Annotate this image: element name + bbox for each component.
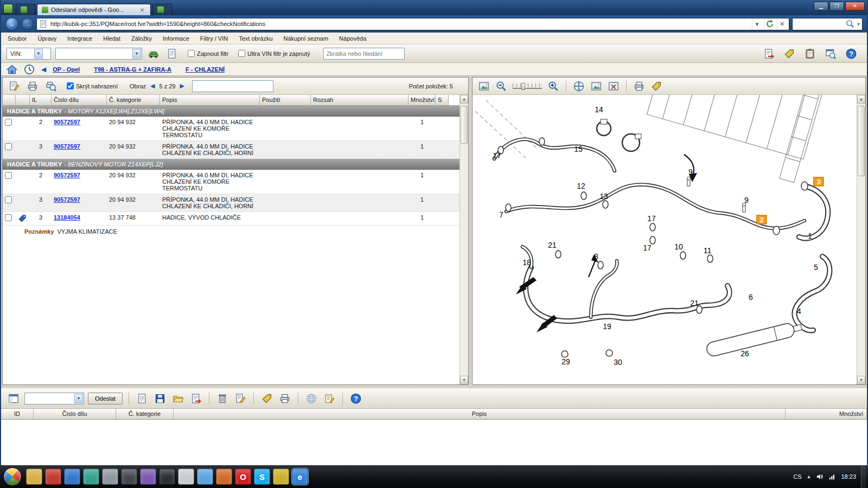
add-document-icon[interactable] (189, 391, 203, 406)
menu-hledat[interactable]: Hledat (103, 35, 120, 42)
select-region-icon[interactable] (589, 79, 603, 93)
notes-icon[interactable] (322, 391, 336, 406)
document-icon[interactable] (165, 47, 179, 61)
row-checkbox[interactable] (5, 172, 12, 179)
zoom-out-icon[interactable] (494, 79, 508, 93)
diagram-label-9[interactable]: 9 (688, 168, 693, 176)
row-checkbox[interactable] (5, 196, 12, 203)
diagram-label-13[interactable]: 13 (599, 192, 608, 201)
image-icon[interactable] (477, 79, 491, 93)
part-number-link[interactable]: 90572597 (54, 172, 80, 178)
diagram-label-15[interactable]: 15 (574, 145, 583, 153)
diagram-label-19[interactable]: 19 (603, 322, 611, 331)
menu-integrace[interactable]: Integrace (67, 35, 92, 42)
print-icon[interactable] (632, 79, 646, 93)
clock[interactable]: 18:23 (841, 473, 856, 480)
part-number-link[interactable]: 13184054 (54, 214, 80, 221)
taskbar-app-app-dark[interactable] (121, 468, 137, 485)
diagram-label-1[interactable]: 1 (808, 232, 812, 240)
diagram-label-21[interactable]: 21 (548, 241, 557, 249)
chevron-down-icon[interactable]: ▼ (74, 394, 83, 403)
help-icon[interactable] (844, 47, 858, 61)
vehicle-icon[interactable] (146, 47, 161, 61)
label-icon[interactable] (782, 47, 796, 61)
part-number-link[interactable]: 90572597 (54, 196, 80, 203)
taskbar-app-app-black[interactable] (159, 468, 175, 485)
breadcrumb-link-t98-astra-g-zafira-a[interactable]: T98 - ASTRA-G + ZAFIRA-A (94, 66, 171, 73)
enable-filter-checkbox[interactable] (188, 50, 195, 57)
tab-close-icon[interactable]: ✕ (138, 7, 146, 13)
row-checkbox[interactable] (5, 143, 12, 150)
diagram-label-21[interactable]: 21 (690, 299, 699, 307)
taskbar-app-app-orange[interactable] (216, 468, 232, 485)
diagram-label-17[interactable]: 17 (643, 243, 652, 252)
maximize-button[interactable]: ❐ (829, 2, 844, 11)
search-dropdown-icon[interactable]: ▾ (857, 21, 860, 28)
url-field[interactable]: http://kubik-pc:351/PQMace/root.fve?widt… (36, 18, 789, 30)
diagram-label-5[interactable]: 5 (814, 263, 818, 272)
zoom-slider[interactable] (512, 82, 543, 91)
diagram-label-9[interactable]: 9 (744, 196, 749, 204)
diagram-label-14[interactable]: 14 (595, 105, 603, 114)
vin-value-combo[interactable]: ▼ (55, 48, 142, 60)
edit-document-icon[interactable] (7, 79, 21, 93)
new-document-icon[interactable] (135, 391, 149, 406)
next-image-icon[interactable]: ▶ (180, 82, 184, 89)
language-indicator[interactable]: CS (793, 473, 801, 480)
diagram-label-11[interactable]: 11 (704, 246, 712, 255)
menu-nakupni-seznam[interactable]: Nákupní seznam (284, 35, 329, 42)
diagram-label-30[interactable]: 30 (614, 358, 622, 367)
menu-soubor[interactable]: Soubor (8, 35, 27, 42)
menu-zalozky[interactable]: Záložky (131, 35, 152, 42)
diagram-label-17[interactable]: 17 (647, 214, 656, 223)
taskbar-app-internet-explorer[interactable]: e (292, 468, 308, 485)
chevron-down-icon[interactable]: ▼ (132, 49, 141, 59)
search-window-icon[interactable] (824, 47, 838, 61)
taskbar-app-app-shield[interactable] (273, 468, 289, 485)
start-button[interactable] (3, 467, 22, 486)
vin-combo[interactable]: VIN: ▼ (7, 48, 51, 60)
taskbar-app-app-blue-globe[interactable] (64, 468, 80, 485)
scroll-thumb[interactable] (461, 106, 468, 144)
back-button[interactable]: ← (5, 17, 19, 31)
home-icon[interactable] (7, 64, 17, 75)
print-icon[interactable] (25, 79, 40, 93)
print-preview-icon[interactable] (44, 79, 58, 93)
diagram-label-4[interactable]: 4 (797, 307, 801, 316)
scroll-down-icon[interactable]: ▼ (460, 376, 468, 384)
taskbar-app-app-silver[interactable] (102, 468, 118, 485)
url-dropdown-icon[interactable]: ▾ (752, 19, 762, 29)
history-clock-icon[interactable] (24, 64, 35, 75)
shortcut-search-input[interactable] (323, 48, 405, 60)
save-icon[interactable] (153, 391, 167, 406)
row-checkbox[interactable] (5, 214, 12, 221)
export-document-icon[interactable] (762, 47, 776, 61)
diagram-label-12[interactable]: 12 (577, 182, 585, 190)
menu-upravy[interactable]: Úpravy (37, 35, 56, 42)
diagram-label-2-highlighted[interactable]: 2 (756, 215, 767, 224)
taskbar-app-app-purple[interactable] (140, 468, 156, 485)
network-icon[interactable] (828, 473, 836, 480)
taskbar-app-windows-explorer[interactable] (26, 468, 42, 485)
show-desktop-button[interactable] (861, 465, 866, 488)
browser-tab-1[interactable] (16, 4, 35, 15)
diagram-label-8[interactable]: 8 (594, 252, 598, 261)
stop-icon[interactable]: ✕ (777, 19, 787, 29)
scroll-thumb[interactable] (858, 106, 865, 176)
scroll-up-icon[interactable]: ▲ (857, 95, 865, 104)
delete-icon[interactable] (215, 391, 229, 406)
forward-button[interactable]: → (22, 18, 34, 30)
open-folder-icon[interactable] (171, 391, 185, 406)
diagram-label-18[interactable]: 18 (522, 258, 531, 267)
scroll-up-icon[interactable]: ▲ (460, 95, 468, 104)
volume-icon[interactable] (816, 473, 824, 480)
taskbar-app-opera[interactable]: O (235, 468, 251, 485)
breadcrumb-back-icon[interactable]: ◀ (41, 66, 46, 73)
label-icon[interactable] (260, 391, 274, 406)
diagram-label-6[interactable]: 6 (749, 293, 753, 301)
minimize-button[interactable]: ▁ (814, 2, 828, 11)
diagram-view[interactable]: 1417159121339217711710118211856421192930… (473, 95, 857, 384)
part-number-link[interactable]: 90572597 (54, 143, 80, 150)
diagram-label-17[interactable]: 17 (493, 151, 501, 160)
taskbar-app-app-red-badge[interactable] (45, 468, 61, 485)
